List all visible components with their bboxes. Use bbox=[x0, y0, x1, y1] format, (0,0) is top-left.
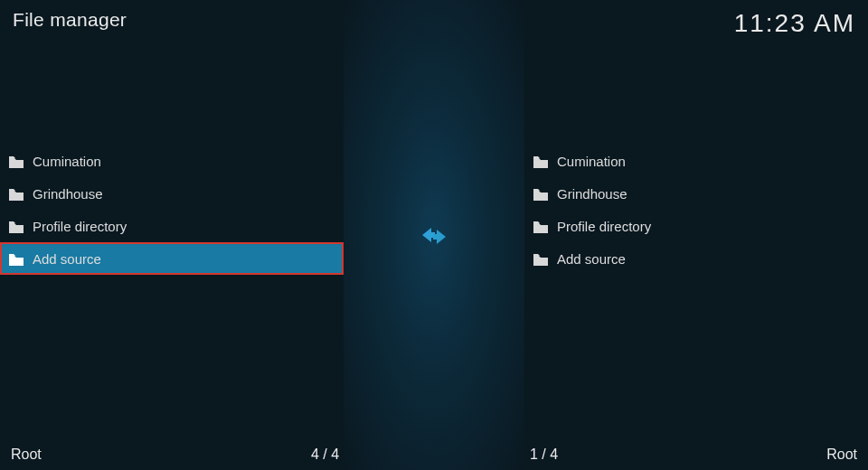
list-item-add-source[interactable]: Add source bbox=[0, 242, 344, 275]
folder-icon bbox=[9, 188, 24, 200]
list-item-label: Grindhouse bbox=[557, 186, 627, 202]
list-item-label: Profile directory bbox=[557, 219, 651, 234]
list-item-label: Add source bbox=[557, 251, 626, 267]
footer-bar: Root 4 / 4 1 / 4 Root bbox=[0, 439, 868, 470]
list-item-label: Add source bbox=[33, 251, 101, 267]
folder-icon bbox=[9, 253, 24, 265]
right-position-count: 1 / 4 bbox=[530, 446, 558, 463]
right-path-label: Root bbox=[826, 446, 857, 463]
list-item-label: Cumination bbox=[557, 154, 626, 169]
clock: 11:23 AM bbox=[734, 9, 855, 38]
list-item[interactable]: Grindhouse bbox=[524, 177, 868, 210]
transfer-arrows-icon bbox=[420, 224, 448, 248]
left-path-label: Root bbox=[11, 446, 42, 463]
list-item[interactable]: Cumination bbox=[524, 145, 868, 177]
folder-icon bbox=[533, 155, 548, 167]
folder-icon bbox=[9, 221, 24, 232]
folder-icon bbox=[533, 221, 548, 232]
folder-icon bbox=[9, 155, 24, 167]
list-item[interactable]: Grindhouse bbox=[0, 177, 344, 210]
folder-icon bbox=[533, 188, 548, 200]
list-item[interactable]: Profile directory bbox=[524, 210, 868, 242]
right-pane: Cumination Grindhouse Profile directory … bbox=[524, 145, 868, 275]
folder-icon bbox=[533, 253, 548, 265]
left-pane: Cumination Grindhouse Profile directory … bbox=[0, 145, 344, 275]
header-bar: File manager 11:23 AM bbox=[0, 0, 868, 43]
list-item-label: Cumination bbox=[33, 154, 101, 169]
list-item-label: Grindhouse bbox=[33, 186, 103, 202]
left-position-count: 4 / 4 bbox=[311, 446, 339, 463]
list-item[interactable]: Cumination bbox=[0, 145, 344, 177]
list-item-add-source[interactable]: Add source bbox=[524, 242, 868, 275]
list-item-label: Profile directory bbox=[33, 219, 127, 234]
list-item[interactable]: Profile directory bbox=[0, 210, 344, 242]
page-title: File manager bbox=[13, 9, 127, 31]
